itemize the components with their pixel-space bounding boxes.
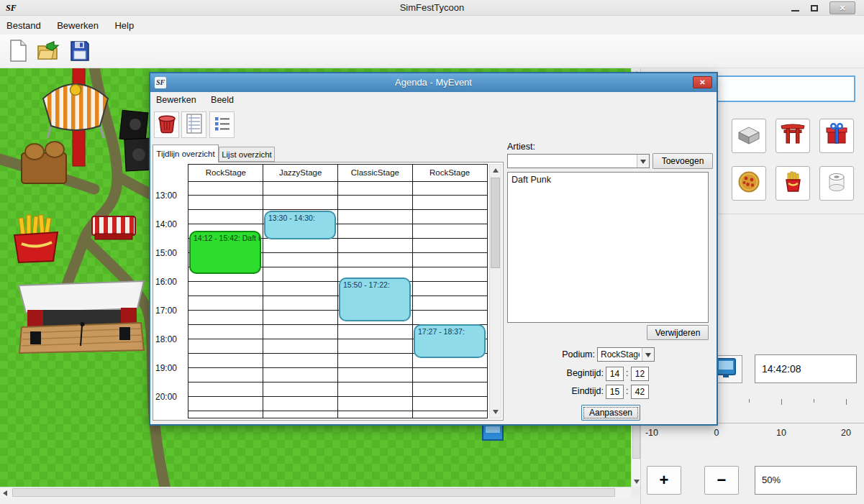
- timeline-view-button[interactable]: [181, 111, 206, 138]
- main-stage[interactable]: [19, 281, 144, 353]
- combo-dropdown-button[interactable]: [637, 155, 649, 168]
- artist-list-item[interactable]: Daft Punk: [508, 173, 708, 187]
- slider-label: -10: [641, 428, 663, 438]
- time-separator: :: [626, 368, 628, 378]
- column-header: JazzyStage: [263, 165, 338, 181]
- schedule-event[interactable]: 15:50 - 17:22:: [339, 278, 411, 321]
- schedule-event[interactable]: 14:12 - 15:42: Daft P: [189, 231, 261, 274]
- end-hour-field[interactable]: [606, 385, 624, 399]
- slider-label: 10: [770, 428, 792, 438]
- save-button[interactable]: [66, 38, 94, 65]
- billboard-sign[interactable]: [483, 423, 503, 440]
- maximize-icon[interactable]: [811, 5, 818, 12]
- scroll-down-icon[interactable]: [634, 480, 640, 484]
- map-hscroll-thumb[interactable]: [12, 488, 615, 497]
- agenda-dialog: SF Agenda - MyEvent ✕ Bewerken Beeld: [149, 72, 718, 426]
- stage-column-headers: RockStage JazzyStage ClassicStage RockSt…: [188, 164, 488, 182]
- schedule-scrollbar[interactable]: [489, 164, 501, 418]
- column-header: RockStage: [412, 165, 487, 181]
- item-button-torii[interactable]: [776, 119, 810, 153]
- time-label: 16:00: [155, 277, 186, 287]
- add-artist-button[interactable]: Toevoegen: [652, 153, 713, 169]
- menu-bewerken[interactable]: Bewerken: [50, 17, 105, 35]
- apply-button[interactable]: Aanpassen: [581, 405, 640, 421]
- scroll-up-icon[interactable]: [493, 168, 499, 173]
- dialog-menu-beeld[interactable]: Beeld: [205, 92, 240, 108]
- dialog-titlebar[interactable]: SF Agenda - MyEvent ✕: [150, 73, 717, 92]
- tab-list-overview[interactable]: Lijst overzicht: [219, 147, 275, 162]
- time-label: 15:00: [155, 248, 186, 258]
- item-button-stage[interactable]: [732, 119, 766, 153]
- artist-label: Artiest:: [507, 142, 535, 152]
- new-file-button[interactable]: [4, 38, 32, 65]
- fries-icon: [780, 169, 806, 198]
- combo-dropdown-button[interactable]: [642, 348, 654, 361]
- schedule-event[interactable]: 13:30 - 14:30:: [264, 211, 336, 239]
- zoom-level-display: 50%: [755, 466, 857, 495]
- slider-label: 0: [706, 428, 727, 438]
- slider-tick: [846, 399, 847, 405]
- end-time-label: Eindtijd:: [553, 386, 604, 396]
- striped-booth[interactable]: [92, 216, 135, 239]
- schedule-scroll-thumb[interactable]: [491, 178, 500, 268]
- item-button-pizza[interactable]: [732, 166, 766, 201]
- new-document-icon: [8, 40, 28, 65]
- window-title: SimFestTycoon: [0, 0, 864, 16]
- podium-combobox[interactable]: RockStage: [597, 347, 655, 362]
- close-button[interactable]: ✕: [829, 1, 855, 14]
- item-button-toilet-paper[interactable]: [819, 166, 854, 201]
- screen-icon: [715, 357, 737, 382]
- clock-display: 14:42:08: [755, 354, 857, 383]
- artist-combobox-value: [511, 155, 635, 168]
- chevron-down-icon: [645, 353, 651, 357]
- time-label: 14:00: [155, 219, 186, 229]
- dialog-menu-bewerken[interactable]: Bewerken: [150, 92, 202, 108]
- tent[interactable]: [43, 84, 108, 138]
- zoom-out-button[interactable]: −: [704, 466, 739, 495]
- save-floppy-icon: [70, 40, 90, 64]
- market-stand[interactable]: [22, 142, 66, 183]
- list-view-button[interactable]: [209, 111, 235, 138]
- dialog-close-button[interactable]: ✕: [693, 76, 712, 88]
- start-hour-field[interactable]: [606, 367, 624, 381]
- schedule-grid[interactable]: [188, 181, 488, 418]
- main-toolbar: [0, 35, 864, 68]
- delete-event-button[interactable]: [154, 111, 179, 138]
- artist-listbox[interactable]: Daft Punk: [507, 172, 709, 323]
- item-button-gift[interactable]: [819, 119, 854, 153]
- scroll-left-icon[interactable]: [3, 490, 7, 496]
- slider-tick: [749, 399, 750, 403]
- map-horizontal-scrollbar[interactable]: [0, 487, 640, 498]
- open-folder-icon: [37, 40, 60, 64]
- trash-icon: [157, 113, 177, 137]
- time-label: 19:00: [155, 363, 186, 373]
- artist-combobox[interactable]: [507, 154, 650, 168]
- toilet-paper-icon: [824, 169, 850, 198]
- time-label: 17:00: [155, 306, 186, 316]
- zoom-in-button[interactable]: +: [647, 466, 681, 495]
- schedule-event[interactable]: 17:27 - 18:37:: [414, 324, 486, 358]
- start-time-label: Begintijd:: [553, 368, 604, 378]
- end-minute-field[interactable]: [631, 385, 649, 399]
- tab-timeline-overview[interactable]: Tijdlijn overzicht: [153, 145, 219, 162]
- slider-tick: [781, 399, 782, 405]
- scrollbar-corner: [631, 487, 640, 498]
- menu-help[interactable]: Help: [108, 17, 140, 35]
- time-label: 18:00: [155, 334, 186, 344]
- open-file-button[interactable]: [35, 38, 62, 65]
- dialog-title: Agenda - MyEvent: [150, 73, 717, 92]
- document-lines-icon: [185, 113, 204, 137]
- minimize-icon[interactable]: [791, 10, 799, 12]
- remove-artist-button[interactable]: Verwijderen: [647, 325, 709, 340]
- window-titlebar[interactable]: SF SimFestTycoon ✕: [0, 0, 864, 16]
- fries-stand[interactable]: [14, 215, 58, 262]
- item-button-fries[interactable]: [776, 166, 810, 201]
- time-label: 20:00: [155, 392, 186, 402]
- gift-box-icon: [824, 122, 850, 150]
- start-minute-field[interactable]: [631, 367, 649, 381]
- list-icon: [213, 114, 232, 135]
- podium-label: Podium:: [539, 349, 595, 359]
- chevron-down-icon: [640, 160, 646, 164]
- scroll-down-icon[interactable]: [493, 410, 499, 414]
- menu-bestand[interactable]: Bestand: [0, 17, 47, 35]
